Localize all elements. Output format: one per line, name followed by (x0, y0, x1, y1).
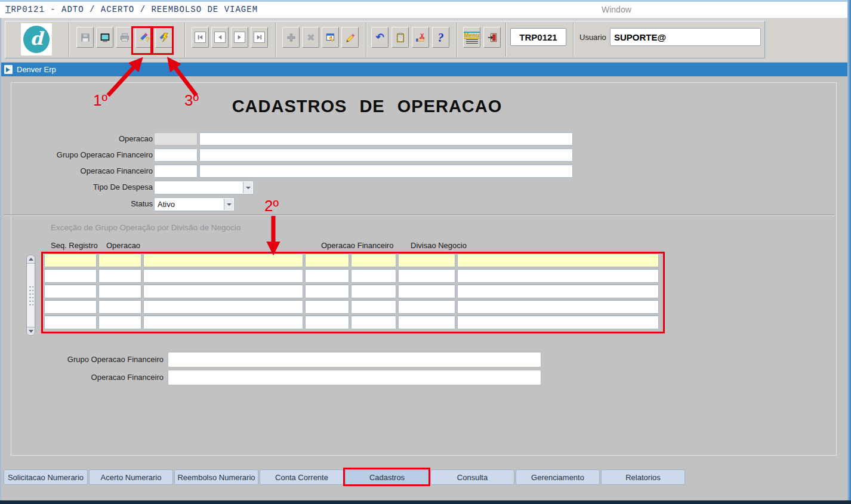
grid-cell[interactable] (44, 300, 97, 314)
first-record-button[interactable] (192, 27, 209, 48)
grid-cell[interactable] (457, 285, 659, 298)
save-button[interactable] (76, 27, 94, 48)
scrollbar-thumb[interactable] (29, 285, 33, 307)
grid-cell[interactable] (457, 253, 659, 267)
tab-label: Gerenciamento (531, 473, 584, 482)
grid-row (44, 300, 659, 314)
clear-field-button[interactable] (341, 27, 359, 48)
grid-cell[interactable] (143, 269, 303, 283)
undo-button[interactable]: ↶ (371, 27, 388, 48)
scroll-up-icon[interactable] (27, 255, 35, 264)
grupo-operacao-financeiro-desc-field[interactable] (199, 149, 573, 162)
grid-cell[interactable] (398, 316, 455, 329)
grid-cell[interactable] (398, 300, 455, 314)
grid-cell[interactable] (143, 253, 303, 267)
menu-button[interactable]: Menu (463, 27, 480, 48)
grid-scrollbar[interactable] (26, 255, 35, 336)
exit-button[interactable] (483, 27, 501, 48)
grid-cell[interactable] (44, 269, 97, 283)
chevron-down-icon[interactable] (243, 182, 252, 193)
previous-record-button[interactable] (211, 27, 229, 48)
footer-grupo-operacao-financeiro-field[interactable] (168, 352, 541, 367)
grid-cell[interactable] (305, 316, 349, 329)
grid-cell[interactable] (398, 285, 455, 298)
grid-cell[interactable] (398, 253, 455, 267)
grid-cell[interactable] (143, 285, 303, 298)
grid-cell[interactable] (457, 300, 659, 314)
operacao-code-field[interactable] (154, 132, 198, 146)
grid-cell[interactable] (98, 269, 141, 283)
chevron-down-icon[interactable] (224, 199, 233, 210)
grid-cell[interactable] (44, 285, 97, 298)
grid-cell[interactable] (305, 300, 349, 314)
footer-operacao-financeiro-field[interactable] (168, 370, 541, 385)
clear-field-icon (345, 32, 356, 43)
grid-cell[interactable] (143, 316, 303, 329)
scroll-down-icon[interactable] (27, 327, 35, 335)
tab-consulta[interactable]: Consulta (430, 469, 514, 485)
cut-record-button[interactable] (412, 27, 429, 48)
grid-cell[interactable] (305, 253, 349, 267)
tab-reembolso-numerario[interactable]: Reembolso Numerario (174, 469, 258, 485)
insert-record-button[interactable] (282, 27, 300, 48)
grid-cell[interactable] (98, 253, 141, 267)
window-right-border (847, 0, 851, 504)
query-window-button[interactable] (322, 27, 339, 48)
grid-cell[interactable] (305, 285, 349, 298)
tab-label: Cadastros (369, 473, 405, 482)
form-code-box: TRP0121 (510, 28, 566, 46)
tab-solicitacao-numerario[interactable]: Solicitacao Numerario (4, 469, 88, 485)
grid-cell[interactable] (351, 285, 396, 298)
grid-cell[interactable] (98, 300, 141, 314)
tab-acerto-numerario[interactable]: Acerto Numerario (89, 469, 173, 485)
last-record-button[interactable] (251, 27, 268, 48)
grid-cell[interactable] (351, 300, 396, 314)
operacao-financeiro-desc-field[interactable] (199, 165, 573, 178)
grid-cell[interactable] (143, 300, 303, 314)
label-grupo-operacao-financeiro: Grupo Operacao Financeiro (4, 150, 153, 159)
grid-cell[interactable] (44, 316, 97, 329)
clipboard-button[interactable] (391, 27, 409, 48)
grid-cell[interactable] (44, 253, 97, 267)
operacao-financeiro-code-field[interactable] (154, 165, 198, 178)
grid-cell[interactable] (457, 316, 659, 329)
menu-item-window[interactable]: Window (602, 5, 631, 14)
exception-grid (44, 253, 659, 329)
label-operacao-financeiro: Operacao Financeiro (4, 166, 153, 175)
help-icon: ? (438, 32, 444, 44)
display-button[interactable] (96, 27, 113, 48)
toolbar: d ? (0, 18, 851, 63)
grid-cell[interactable] (351, 253, 396, 267)
help-button[interactable]: ? (432, 27, 449, 48)
next-record-button[interactable] (231, 27, 248, 48)
grid-cell[interactable] (457, 269, 659, 283)
denver-erp-titlebar[interactable]: Denver Erp (1, 63, 849, 76)
query-window-icon (325, 32, 336, 43)
print-button[interactable] (116, 27, 133, 48)
grid-cell[interactable] (351, 316, 396, 329)
tipo-de-despesa-dropdown[interactable] (154, 181, 254, 194)
menubar: TRP0121 - ADTO / ACERTO / REEMBOLSO DE V… (0, 2, 851, 18)
operacao-desc-field[interactable] (199, 132, 573, 146)
tab-gerenciamento[interactable]: Gerenciamento (516, 469, 600, 485)
grid-cell[interactable] (305, 269, 349, 283)
first-record-icon (195, 32, 206, 43)
tab-label: Conta Corrente (275, 473, 328, 482)
grid-cell[interactable] (98, 285, 141, 298)
delete-record-icon (306, 32, 316, 43)
execute-query-button[interactable] (155, 27, 172, 48)
tab-cadastros[interactable]: Cadastros (345, 469, 429, 485)
grid-cell[interactable] (98, 316, 141, 329)
svg-text:?: ? (146, 36, 150, 43)
enter-query-button[interactable]: ? (135, 27, 153, 48)
status-dropdown[interactable]: Ativo (154, 197, 235, 211)
usuario-input[interactable] (610, 28, 761, 46)
tab-relatorios[interactable]: Relatorios (601, 469, 685, 485)
grid-row (44, 285, 659, 298)
grid-cell[interactable] (351, 269, 396, 283)
grid-cell[interactable] (398, 269, 455, 283)
delete-record-button[interactable] (302, 27, 319, 48)
label-tipo-de-despesa: Tipo De Despesa (4, 183, 153, 191)
tab-conta-corrente[interactable]: Conta Corrente (260, 469, 344, 485)
grupo-operacao-financeiro-code-field[interactable] (154, 149, 198, 162)
